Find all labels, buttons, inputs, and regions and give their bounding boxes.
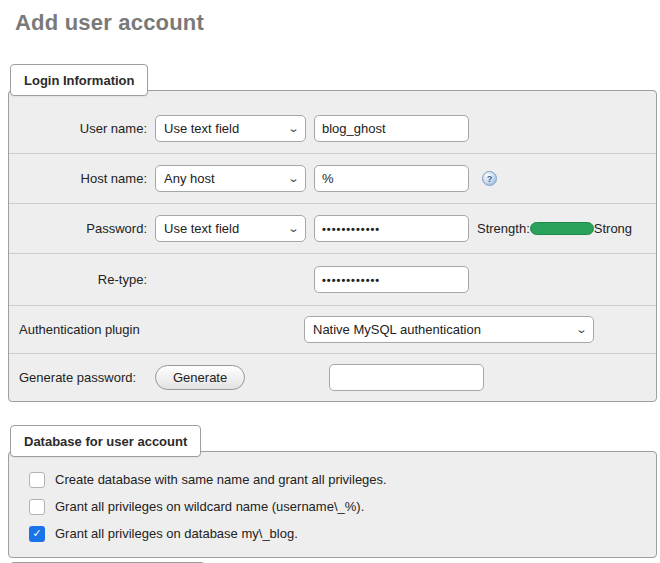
password-strength-meter: Strength: Strong [477, 221, 632, 236]
strength-value: Strong [594, 221, 632, 236]
database-fieldset: Database for user account ✓ Create datab… [8, 425, 657, 558]
grant-database-label[interactable]: Grant all privileges on database my\_blo… [55, 526, 298, 541]
grant-wildcard-option: ✓ Grant all privileges on wildcard name … [9, 493, 656, 520]
retype-row: Re-type: [9, 253, 656, 305]
grant-database-option: ✓ Grant all privileges on database my\_b… [9, 520, 656, 547]
hostname-row: Host name: Any host ⌄ ? [9, 153, 656, 203]
retype-password-input[interactable] [314, 266, 469, 293]
hostname-type-select[interactable]: Any host ⌄ [155, 165, 306, 192]
login-information-legend: Login Information [10, 64, 148, 96]
hostname-input[interactable] [314, 165, 469, 192]
page-title: Add user account [15, 10, 660, 36]
grant-database-checkbox[interactable]: ✓ [29, 526, 45, 542]
chevron-down-icon: ⌄ [287, 223, 299, 234]
strength-label: Strength: [477, 221, 530, 236]
hostname-type-selected-value: Any host [164, 171, 215, 186]
help-icon[interactable]: ? [482, 171, 497, 186]
create-database-checkbox[interactable]: ✓ [29, 472, 45, 488]
username-input[interactable] [314, 115, 469, 142]
auth-plugin-row: Authentication plugin Native MySQL authe… [9, 305, 656, 353]
password-input[interactable] [314, 215, 469, 242]
auth-plugin-label: Authentication plugin [19, 322, 304, 337]
chevron-down-icon: ⌄ [287, 173, 299, 184]
password-type-selected-value: Use text field [164, 221, 239, 236]
create-database-option: ✓ Create database with same name and gra… [9, 466, 656, 493]
auth-plugin-selected-value: Native MySQL authentication [313, 322, 481, 337]
password-label: Password: [19, 221, 147, 236]
grant-wildcard-checkbox[interactable]: ✓ [29, 499, 45, 515]
chevron-down-icon: ⌄ [287, 123, 299, 134]
login-information-body: User name: Use text field ⌄ Host name: A… [8, 90, 657, 402]
generate-password-row: Generate password: Generate [9, 353, 656, 401]
grant-wildcard-label[interactable]: Grant all privileges on wildcard name (u… [55, 499, 364, 514]
generate-button[interactable]: Generate [155, 365, 245, 390]
chevron-down-icon: ⌄ [575, 324, 587, 335]
database-body: ✓ Create database with same name and gra… [8, 451, 657, 558]
username-type-select[interactable]: Use text field ⌄ [155, 115, 306, 142]
generated-password-input[interactable] [329, 364, 484, 391]
hostname-label: Host name: [19, 171, 147, 186]
add-user-account-page: Add user account Login Information User … [0, 10, 660, 563]
password-type-select[interactable]: Use text field ⌄ [155, 215, 306, 242]
username-label: User name: [19, 121, 147, 136]
login-information-fieldset: Login Information User name: Use text fi… [8, 64, 657, 402]
generate-password-label: Generate password: [19, 370, 147, 385]
checkmark-icon: ✓ [32, 528, 41, 539]
retype-label: Re-type: [19, 272, 147, 287]
auth-plugin-select[interactable]: Native MySQL authentication ⌄ [304, 316, 594, 343]
username-type-selected-value: Use text field [164, 121, 239, 136]
database-legend: Database for user account [10, 425, 201, 457]
username-row: User name: Use text field ⌄ [9, 103, 656, 153]
password-row: Password: Use text field ⌄ Strength: Str… [9, 203, 656, 253]
create-database-label[interactable]: Create database with same name and grant… [55, 472, 387, 487]
strength-bar [530, 222, 594, 235]
